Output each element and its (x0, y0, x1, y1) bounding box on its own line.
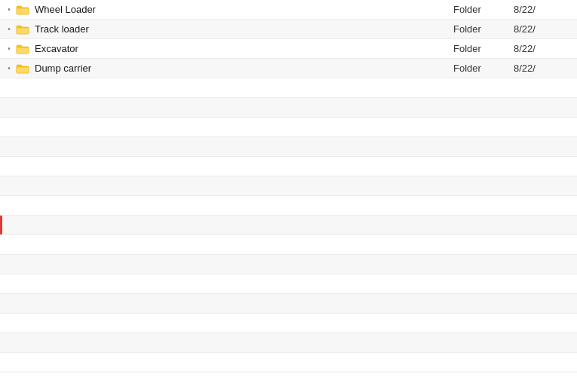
empty-row (0, 274, 577, 294)
empty-row (0, 176, 577, 196)
folder-icon (15, 4, 30, 16)
row-dot: • (3, 25, 15, 33)
row-dot: • (3, 64, 15, 72)
file-name: Excavator (35, 43, 453, 54)
empty-row (0, 216, 577, 235)
file-type: Folder (453, 4, 514, 15)
file-date: 8/22/ (514, 23, 574, 35)
file-date: 8/22/ (514, 4, 574, 15)
file-name: Wheel Loader (35, 4, 453, 15)
file-type: Folder (453, 43, 514, 54)
file-type: Folder (453, 23, 514, 35)
empty-row (0, 118, 577, 137)
file-name: Track loader (35, 23, 453, 35)
folder-icon (15, 43, 30, 55)
empty-row (0, 78, 577, 98)
file-name: Dump carrier (35, 63, 453, 74)
row-dot: • (3, 44, 15, 53)
empty-row (0, 333, 577, 353)
empty-row (0, 294, 577, 314)
file-type: Folder (453, 63, 514, 74)
table-row[interactable]: • Track loaderFolder8/22/ (0, 20, 577, 39)
file-list: • Wheel LoaderFolder8/22/• Track loaderF… (0, 0, 577, 392)
table-row[interactable]: • Dump carrierFolder8/22/ (0, 59, 577, 78)
empty-row (0, 98, 577, 118)
table-row[interactable]: • Wheel LoaderFolder8/22/ (0, 0, 577, 20)
folder-icon (15, 23, 30, 35)
empty-row (0, 157, 577, 176)
row-dot: • (3, 5, 15, 14)
table-row[interactable]: • ExcavatorFolder8/22/ (0, 39, 577, 59)
empty-row (0, 314, 577, 333)
folder-icon (15, 63, 30, 75)
empty-row (0, 353, 577, 372)
file-date: 8/22/ (514, 43, 574, 54)
empty-row (0, 235, 577, 255)
empty-row (0, 255, 577, 274)
red-marker (0, 216, 2, 234)
empty-row (0, 196, 577, 216)
file-date: 8/22/ (514, 63, 574, 74)
empty-row (0, 137, 577, 157)
